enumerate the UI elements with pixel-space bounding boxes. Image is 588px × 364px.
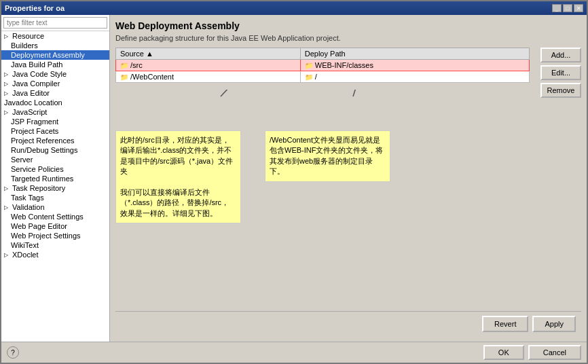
minimize-button[interactable]: _ (552, 4, 562, 12)
folder-icon2: 📁 (305, 62, 313, 69)
sidebar-item-resource[interactable]: ▷Resource (1, 31, 109, 41)
expand-icon5: ▷ (4, 109, 11, 115)
expand-icon3: ▷ (4, 81, 11, 87)
sidebar-item-wikitext[interactable]: WikiText (1, 240, 109, 250)
sidebar-item-web-page-editor[interactable]: Web Page Editor (1, 221, 109, 231)
help-icon[interactable]: ? (7, 346, 19, 359)
folder-icon4: 📁 (305, 73, 313, 81)
main-window: Properties for oa _ □ ✕ ▷Resource Builde… (0, 0, 588, 364)
folder-icon3: 📁 (120, 73, 128, 81)
deploy-table: Source ▲ Deploy Path 📁/src 📁WEB-INF/cla (115, 48, 530, 83)
sidebar-item-project-references[interactable]: Project References (1, 136, 109, 145)
expand-icon7: ▷ (4, 204, 11, 211)
table-area: Source ▲ Deploy Path 📁/src 📁WEB-INF/cla (115, 48, 530, 311)
sidebar-item-java-code-style[interactable]: ▷Java Code Style (1, 69, 109, 79)
filter-input[interactable] (3, 17, 107, 29)
sidebar-item-deployment-assembly[interactable]: Deployment Assembly (1, 50, 109, 60)
right-panel: Web Deployment Assembly Define packaging… (110, 15, 587, 342)
panel-subtitle: Define packaging structure for this Java… (115, 34, 581, 42)
sidebar-item-jsp[interactable]: JSP Fragment (1, 117, 109, 126)
sidebar-item-builders[interactable]: Builders (1, 41, 109, 50)
remove-button[interactable]: Remove (540, 83, 581, 98)
tree-list: ▷Resource Builders Deployment Assembly J… (1, 31, 109, 342)
expand-icon4: ▷ (4, 90, 11, 96)
source-cell2: 📁/WebContent (116, 71, 301, 83)
col-source: Source ▲ (116, 48, 301, 60)
annotation-box-2: /WebContent文件夹显而易见就是 包含WEB-INF文件夹的文件夹，将其… (265, 130, 390, 182)
sidebar-item-targeted-runtimes[interactable]: Targeted Runtimes (1, 174, 109, 183)
col-deploy: Deploy Path (300, 48, 529, 60)
sidebar-item-java-compiler[interactable]: ▷Java Compiler (1, 79, 109, 88)
filter-box (1, 15, 109, 31)
title-bar: Properties for oa _ □ ✕ (1, 1, 587, 15)
expand-icon: ▷ (4, 33, 11, 39)
window-title: Properties for oa (5, 4, 65, 12)
sidebar-item-javadoc[interactable]: Javadoc Location (1, 98, 109, 107)
deploy-cell2: 📁/ (300, 71, 529, 83)
annotation-text-1: 此时的/src目录，对应的其实是，编译后输出*.class的文件夹，并不是项目中… (120, 136, 233, 217)
left-panel: ▷Resource Builders Deployment Assembly J… (1, 15, 110, 342)
svg-line-0 (221, 90, 319, 96)
folder-icon: 📁 (120, 62, 128, 69)
add-button[interactable]: Add... (540, 48, 581, 62)
sidebar-item-web-project-settings[interactable]: Web Project Settings (1, 231, 109, 240)
table-row[interactable]: 📁/src 📁WEB-INF/classes (116, 60, 530, 71)
sidebar-item-validation[interactable]: ▷Validation (1, 202, 109, 212)
edit-button[interactable]: Edit... (540, 65, 581, 80)
panel-title: Web Deployment Assembly (115, 20, 581, 31)
footer-bar: ? OK Cancel (1, 342, 587, 363)
cancel-button[interactable]: Cancel (528, 345, 581, 360)
maximize-button[interactable]: □ (563, 4, 572, 12)
sidebar-item-javascript[interactable]: ▷JavaScript (1, 107, 109, 117)
window-controls: _ □ ✕ (552, 4, 583, 12)
table-row[interactable]: 📁/WebContent 📁/ (116, 71, 530, 83)
sidebar-item-service-policies[interactable]: Service Policies (1, 164, 109, 174)
side-buttons: Add... Edit... Remove (535, 48, 581, 311)
sidebar-item-java-editor[interactable]: ▷Java Editor (1, 88, 109, 98)
annotation-box-1: 此时的/src目录，对应的其实是，编译后输出*.class的文件夹，并不是项目中… (115, 130, 241, 223)
sidebar-item-server[interactable]: Server (1, 155, 109, 164)
sidebar-item-web-content-settings[interactable]: Web Content Settings (1, 212, 109, 221)
apply-button[interactable]: Apply (532, 316, 576, 332)
deploy-cell: 📁WEB-INF/classes (300, 60, 529, 71)
source-cell: 📁/src (116, 60, 301, 71)
sidebar-item-java-build-path[interactable]: Java Build Path (1, 60, 109, 69)
sidebar-item-task-tags[interactable]: Task Tags (1, 193, 109, 202)
sidebar-item-task-repository[interactable]: ▷Task Repository (1, 183, 109, 193)
expand-icon8: ▷ (4, 252, 11, 258)
expand-icon6: ▷ (4, 185, 11, 192)
expand-icon2: ▷ (4, 71, 11, 77)
footer-action-buttons: OK Cancel (483, 345, 581, 360)
annotation-text-2: /WebContent文件夹显而易见就是 包含WEB-INF文件夹的文件夹，将其… (270, 136, 383, 175)
main-content: ▷Resource Builders Deployment Assembly J… (1, 15, 587, 342)
revert-button[interactable]: Revert (482, 316, 528, 332)
sidebar-item-run-debug[interactable]: Run/Debug Settings (1, 145, 109, 155)
sidebar-item-project-facets[interactable]: Project Facets (1, 126, 109, 136)
ok-button[interactable]: OK (483, 345, 524, 360)
svg-line-1 (353, 90, 380, 96)
sidebar-item-xdoclet[interactable]: ▷XDoclet (1, 250, 109, 259)
bottom-buttons: Revert Apply (115, 311, 581, 336)
close-button[interactable]: ✕ (574, 4, 583, 12)
